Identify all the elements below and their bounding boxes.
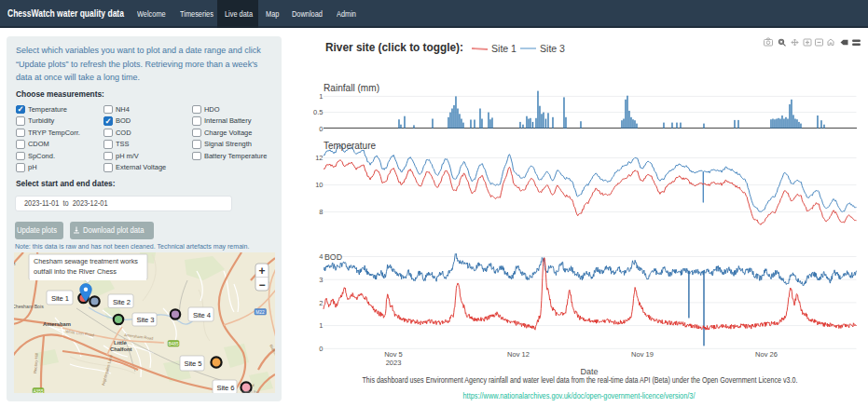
svg-text:12: 12	[315, 154, 323, 162]
svg-text:3: 3	[319, 276, 323, 284]
svg-text:This dashboard uses Environmen: This dashboard uses Environment Agency r…	[363, 376, 798, 385]
svg-text:Site 1: Site 1	[491, 44, 517, 54]
svg-text:Little: Little	[114, 340, 128, 346]
svg-text:Site 2: Site 2	[113, 298, 131, 306]
svg-text:Chalfont: Chalfont	[110, 346, 132, 352]
svg-text:Site 3: Site 3	[137, 316, 155, 324]
svg-text:4: 4	[319, 252, 323, 261]
svg-text:+: +	[258, 265, 265, 278]
svg-text:10: 10	[315, 181, 323, 189]
svg-text:https://www.nationalarchives.g: https://www.nationalarchives.gov.uk/doc/…	[463, 392, 696, 400]
svg-text:Nov 19: Nov 19	[631, 350, 654, 359]
svg-text:8: 8	[319, 208, 323, 216]
svg-text:B485: B485	[168, 342, 179, 346]
svg-text:Rainfall (mm): Rainfall (mm)	[324, 83, 379, 93]
svg-text:Site 6: Site 6	[217, 384, 235, 392]
svg-text:Site 5: Site 5	[185, 360, 202, 368]
svg-text:Leaflet | Esri: Leaflet | Esri	[241, 390, 259, 393]
svg-text:th: th	[14, 261, 15, 266]
svg-text:Amersham: Amersham	[43, 321, 71, 327]
svg-text:River site (click to toggle):: River site (click to toggle):	[325, 41, 463, 54]
svg-text:Date: Date	[580, 367, 598, 376]
svg-text:Chesham sewage treatment works: Chesham sewage treatment works	[34, 257, 138, 265]
svg-text:outfall into the River Chess: outfall into the River Chess	[34, 267, 117, 276]
svg-text:Site 3: Site 3	[540, 44, 565, 54]
svg-text:2: 2	[319, 299, 323, 307]
svg-text:Nov 12: Nov 12	[507, 350, 530, 359]
svg-text:Site 1: Site 1	[51, 294, 69, 303]
svg-text:0.5: 0.5	[313, 108, 323, 116]
svg-text:M22: M22	[255, 310, 265, 315]
svg-text:Site 4: Site 4	[193, 311, 211, 319]
svg-text:Nov 26: Nov 26	[755, 350, 778, 359]
svg-text:Nov 5: Nov 5	[384, 350, 403, 359]
svg-text:1: 1	[319, 321, 323, 330]
svg-text:Chesham Bois: Chesham Bois	[14, 304, 44, 309]
svg-text:2023: 2023	[386, 359, 402, 367]
svg-text:0: 0	[319, 125, 323, 133]
svg-text:BOD: BOD	[324, 251, 342, 262]
svg-text:1: 1	[319, 92, 323, 101]
svg-text:−: −	[258, 278, 265, 292]
svg-text:Temperature: Temperature	[324, 141, 376, 151]
svg-text:A355: A355	[33, 389, 44, 394]
svg-text:0: 0	[319, 345, 323, 353]
